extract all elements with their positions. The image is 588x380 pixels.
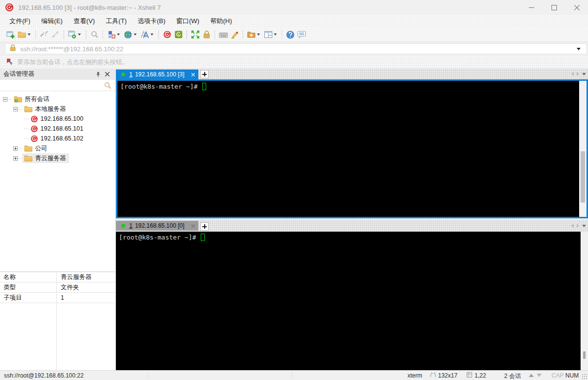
tree-item-session-101[interactable]: 192.168.65.101 (0, 124, 115, 134)
terminal-scrollbar[interactable] (579, 81, 587, 217)
virtual-keyboard-icon[interactable] (218, 29, 229, 40)
compose-bar-icon[interactable] (106, 29, 117, 40)
session-manager-panel: 会话管理器 所有会话 本地服务器 (0, 69, 115, 370)
connected-dot-icon (121, 224, 125, 228)
new-session-icon[interactable] (5, 29, 16, 40)
toolbar-separator (243, 30, 243, 39)
encoding-globe-icon[interactable] (122, 29, 134, 40)
fullscreen-icon[interactable] (189, 29, 201, 40)
tree-item-label: 青云服务器 (35, 154, 66, 163)
font-dropdown-icon[interactable] (150, 34, 153, 35)
tab-close-icon[interactable] (191, 224, 195, 228)
terminal-pane-top: [root@k8s-master ~]# (116, 79, 588, 218)
tree-item-qingyun-servers[interactable]: 青云服务器 (0, 153, 115, 163)
session-properties-icon[interactable] (67, 29, 78, 40)
lock-screen-icon[interactable] (201, 29, 212, 40)
font-icon[interactable] (139, 29, 150, 40)
connected-dot-icon (121, 72, 125, 76)
xshell-window: 192.168.65.100 [3] - root@k8s-master:~ -… (0, 0, 588, 380)
session-search-input[interactable] (0, 80, 115, 91)
tab-index: 1 (129, 222, 133, 229)
address-url: ssh://root:******@192.168.65.100:22 (20, 45, 577, 53)
address-dropdown-icon[interactable] (577, 48, 581, 50)
folder-icon (24, 155, 33, 162)
menu-bar: 文件(F) 编辑(E) 查看(V) 工具(T) 选项卡(B) 窗口(W) 帮助(… (0, 15, 588, 28)
new-tab-button[interactable] (200, 70, 209, 78)
tree-item-session-102[interactable]: 192.168.65.102 (0, 134, 115, 143)
toolbar-separator (103, 30, 103, 39)
menu-edit[interactable]: 编辑(E) (36, 15, 68, 28)
tab-scroll-right-icon[interactable] (577, 224, 579, 228)
status-separator (148, 372, 148, 379)
tree-connector (18, 109, 22, 109)
menu-help[interactable]: 帮助(H) (205, 15, 237, 28)
tile-layout-dropdown-icon[interactable] (274, 34, 277, 35)
address-field[interactable]: ssh://root:******@192.168.65.100:22 (5, 43, 587, 54)
feedback-icon[interactable] (296, 29, 307, 40)
encoding-globe-dropdown-icon[interactable] (134, 34, 137, 35)
tree-item-local-servers[interactable]: 本地服务器 (0, 104, 115, 114)
open-session-icon[interactable] (16, 29, 28, 40)
expand-icon[interactable] (13, 156, 18, 161)
tab-scroll-right-icon[interactable] (577, 72, 579, 76)
close-button[interactable] (565, 0, 588, 15)
help-icon[interactable] (285, 29, 296, 40)
tree-item-company[interactable]: 公司 (0, 143, 115, 153)
menu-file[interactable]: 文件(F) (4, 15, 36, 28)
terminal-bottom[interactable]: [root@k8s-master ~]# (116, 232, 581, 370)
open-session-dropdown-icon[interactable] (28, 34, 31, 35)
find-icon[interactable] (89, 29, 100, 40)
close-panel-icon[interactable] (103, 70, 111, 79)
new-tab-button[interactable] (200, 222, 209, 231)
tab-list-dropdown-icon[interactable] (582, 73, 586, 75)
disconnect-icon[interactable] (38, 29, 50, 40)
tab-close-icon[interactable] (191, 73, 195, 76)
maximize-button[interactable] (543, 0, 565, 15)
menu-window[interactable]: 窗口(W) (171, 15, 205, 28)
compose-bar-dropdown-icon[interactable] (117, 34, 120, 35)
xftp-icon[interactable] (173, 29, 184, 40)
highlight-icon[interactable] (229, 29, 240, 40)
reconnect-icon[interactable] (50, 29, 61, 40)
tab-title: 192.168.65.100 [0] (135, 222, 184, 229)
info-message: 要添加当前会话，点击左侧的箭头按钮。 (17, 58, 128, 67)
pin-panel-icon[interactable] (94, 70, 103, 79)
scrollbar-thumb[interactable] (581, 151, 585, 203)
menu-view[interactable]: 查看(V) (68, 15, 100, 28)
tree-item-session-100[interactable]: 192.168.65.100 (0, 114, 115, 124)
collapse-icon[interactable] (3, 97, 7, 102)
cursor-position-icon (467, 372, 472, 378)
terminal-scrollbar[interactable] (581, 232, 588, 370)
terminal-top[interactable]: [root@k8s-master ~]# (117, 81, 579, 217)
expand-icon[interactable] (13, 146, 18, 151)
tab-list-dropdown-icon[interactable] (582, 225, 586, 227)
status-separator (292, 372, 293, 379)
resize-grip[interactable] (582, 374, 588, 380)
tile-layout-icon[interactable] (262, 29, 274, 40)
terminal-pane-bottom: [root@k8s-master ~]# (116, 232, 588, 370)
minimize-button[interactable] (520, 0, 543, 15)
tree-connector (24, 119, 29, 119)
menu-tools[interactable]: 工具(T) (100, 15, 132, 28)
new-file-dropdown-icon[interactable] (257, 34, 260, 35)
tree-item-all-sessions[interactable]: 所有会话 (0, 94, 115, 104)
tab-scroll-left-icon[interactable] (571, 72, 574, 76)
tree-connector (24, 138, 29, 139)
new-file-icon[interactable] (246, 29, 257, 40)
property-row: 名称 青云服务器 (0, 272, 115, 282)
toolbar (0, 28, 588, 42)
tab-bar-top: 1 192.168.65.100 [3] (116, 69, 588, 79)
xshell-icon[interactable] (161, 29, 173, 40)
tab-session-top[interactable]: 1 192.168.65.100 [3] (116, 69, 198, 79)
collapse-icon[interactable] (13, 107, 18, 111)
scrollbar-thumb[interactable] (583, 351, 586, 359)
status-num-lock: NUM (565, 372, 579, 379)
tab-scroll-left-icon[interactable] (571, 224, 574, 228)
search-icon[interactable] (104, 82, 111, 91)
menu-tabs[interactable]: 选项卡(B) (132, 15, 171, 28)
status-connection: ssh://root@192.168.65.100:22 (4, 372, 84, 379)
tab-session-bottom[interactable]: 1 192.168.65.100 [0] (116, 221, 198, 231)
property-label: 名称 (0, 272, 57, 282)
session-tree: 所有会话 本地服务器 192.168.65.100 192.168.65.101 (0, 91, 115, 272)
session-properties-dropdown-icon[interactable] (78, 34, 81, 35)
